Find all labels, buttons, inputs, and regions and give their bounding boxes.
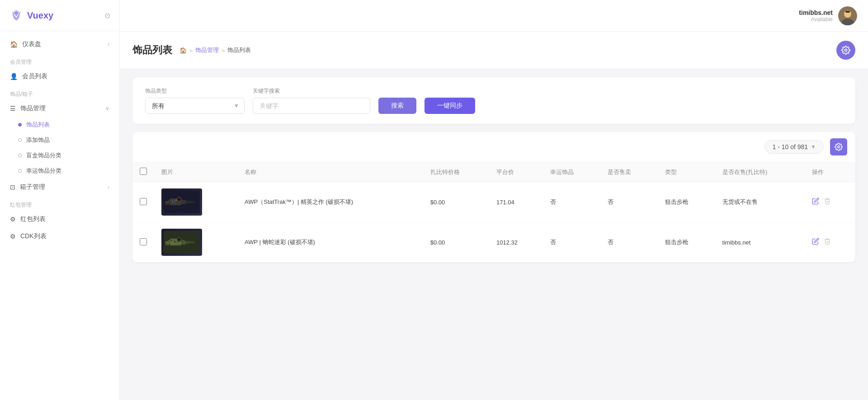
gear-icon-cdk: ⚙ — [10, 233, 16, 240]
row1-actions — [805, 182, 855, 222]
svg-rect-3 — [845, 11, 850, 13]
svg-rect-29 — [174, 241, 176, 242]
keyword-input[interactable] — [253, 98, 370, 114]
row1-is-lucky: 否 — [543, 182, 600, 222]
row2-actions — [805, 222, 855, 263]
table-settings-icon — [835, 143, 843, 151]
header-is-sale: 是否售卖 — [600, 162, 658, 182]
row2-zabit-price: $0.00 — [423, 222, 489, 263]
accessory-list-label: 饰品列表 — [26, 121, 50, 129]
pagination-info[interactable]: 1 - 10 of 981 ▼ — [764, 140, 824, 154]
sidebar-item-accessory-list[interactable]: 饰品列表 — [0, 117, 119, 132]
svg-rect-31 — [181, 240, 183, 242]
row1-platform-price: 171.04 — [489, 182, 543, 222]
user-name: timibbs.net — [799, 9, 833, 16]
row1-image-cell — [154, 182, 237, 222]
app-name: Vuexy — [27, 10, 53, 21]
breadcrumb-current: 饰品列表 — [227, 46, 251, 54]
sidebar-item-box-mgmt[interactable]: ⊡ 箱子管理 › — [0, 179, 119, 196]
cdk-list-label: CDK列表 — [20, 232, 47, 240]
row1-type: 狙击步枪 — [658, 182, 715, 222]
row2-action-icons — [812, 238, 848, 247]
vuexy-logo-icon — [9, 8, 24, 23]
box-icon: ⊡ — [10, 184, 15, 191]
sidebar-item-cdk-list[interactable]: ⚙ CDK列表 — [0, 228, 119, 245]
row2-weapon-image — [161, 229, 202, 256]
sidebar-item-accessory-mgmt[interactable]: ☰ 饰品管理 ∨ — [0, 100, 119, 117]
row2-name: AWP | 蚺蛇迷彩 (破损不堪) — [237, 222, 423, 263]
row2-is-sale: 否 — [600, 222, 658, 263]
row2-image-cell — [154, 222, 237, 263]
table-toolbar: 1 - 10 of 981 ▼ — [132, 132, 855, 162]
row1-weapon-svg — [164, 191, 200, 213]
header-image: 图片 — [154, 162, 237, 182]
avatar[interactable] — [838, 6, 857, 25]
row2-delete-icon[interactable] — [824, 238, 831, 247]
row1-delete-icon[interactable] — [824, 198, 831, 207]
page-content: 饰品列表 🏠 » 饰品管理 » 饰品列表 饰品类型 — [120, 32, 868, 400]
search-button[interactable]: 搜索 — [378, 98, 416, 114]
sidebar-item-redpacket-list[interactable]: ⚙ 红包列表 — [0, 211, 119, 228]
sidebar-toggle-icon[interactable]: ⊙ — [104, 11, 110, 20]
breadcrumb-home-icon[interactable]: 🏠 — [179, 47, 187, 54]
table-row: AWP（StatTrak™）| 精英之作 (破损不堪) $0.00 171.04… — [132, 182, 855, 222]
filter-bar: 饰品类型 所有 步枪 手枪 狙击步枪 霰弹枪 机枪 ▼ 关键字搜索 — [132, 77, 855, 124]
settings-icon — [841, 46, 850, 55]
type-select-wrapper: 所有 步枪 手枪 狙击步枪 霰弹枪 机枪 ▼ — [145, 98, 245, 114]
breadcrumb-accessory-mgmt[interactable]: 饰品管理 — [195, 46, 219, 54]
table-row: AWP | 蚺蛇迷彩 (破损不堪) $0.00 1012.32 否 否 狙击步枪… — [132, 222, 855, 263]
gear-icon-redpacket: ⚙ — [10, 216, 16, 223]
row1-checkbox-cell — [132, 182, 154, 222]
type-select[interactable]: 所有 步枪 手枪 狙击步枪 霰弹枪 机枪 — [145, 98, 245, 114]
row1-is-sale: 否 — [600, 182, 658, 222]
table-area: 1 - 10 of 981 ▼ 图片 — [132, 132, 855, 262]
user-status: Available — [799, 16, 833, 23]
accessory-section-label: 饰品/箱子 — [0, 85, 119, 100]
sidebar-item-lucky-category[interactable]: 幸运饰品分类 — [0, 163, 119, 179]
page-header: 饰品列表 🏠 » 饰品管理 » 饰品列表 — [120, 32, 868, 69]
sidebar-item-blind-box-category[interactable]: 盲盒饰品分类 — [0, 148, 119, 163]
svg-rect-16 — [175, 200, 175, 203]
table-body: AWP（StatTrak™）| 精英之作 (破损不堪) $0.00 171.04… — [132, 182, 855, 263]
table-settings-button[interactable] — [830, 138, 847, 155]
row1-edit-icon[interactable] — [812, 198, 819, 207]
page-title: 饰品列表 — [132, 43, 172, 57]
page-settings-button[interactable] — [836, 41, 855, 60]
header-lucky: 幸运饰品 — [543, 162, 600, 182]
accessory-list-dot — [18, 123, 22, 127]
svg-point-4 — [845, 49, 847, 52]
svg-rect-30 — [177, 240, 178, 242]
page-title-section: 饰品列表 🏠 » 饰品管理 » 饰品列表 — [132, 43, 251, 57]
row2-platform-price: 1012.32 — [489, 222, 543, 263]
member-section-label: 会员管理 — [0, 53, 119, 68]
svg-rect-27 — [166, 243, 169, 245]
sync-button[interactable]: 一键同步 — [425, 98, 475, 114]
select-all-checkbox[interactable] — [140, 168, 147, 175]
sidebar-item-add-accessory[interactable]: 添加饰品 — [0, 132, 119, 148]
user-info: timibbs.net Available — [799, 6, 857, 25]
box-mgmt-label: 箱子管理 — [20, 183, 45, 191]
svg-rect-12 — [186, 201, 195, 203]
svg-rect-14 — [166, 203, 169, 205]
add-accessory-label: 添加饰品 — [26, 136, 50, 144]
svg-rect-33 — [172, 240, 173, 244]
blind-box-dot — [18, 154, 22, 157]
home-icon: 🏠 — [10, 41, 18, 48]
dashboard-arrow-icon: › — [108, 41, 109, 47]
type-filter-group: 饰品类型 所有 步枪 手枪 狙击步枪 霰弹枪 机枪 ▼ — [145, 87, 245, 114]
row1-name: AWP（StatTrak™）| 精英之作 (破损不堪) — [237, 182, 423, 222]
row1-action-icons — [812, 198, 848, 207]
row2-type: 狙击步枪 — [658, 222, 715, 263]
redpacket-section-label: 红包管理 — [0, 196, 119, 211]
sidebar-item-dashboard[interactable]: 🏠 仪表盘 › — [0, 36, 119, 53]
pagination-text: 1 - 10 of 981 — [772, 143, 808, 151]
type-filter-label: 饰品类型 — [145, 87, 245, 95]
user-text: timibbs.net Available — [799, 9, 833, 23]
row1-checkbox[interactable] — [140, 198, 147, 205]
logo-area: Vuexy ⊙ — [0, 0, 119, 31]
header-zabit-sale: 是否在售(扎比特) — [715, 162, 805, 182]
sidebar-item-member-list[interactable]: 👤 会员列表 — [0, 68, 119, 85]
dashboard-label: 仪表盘 — [22, 40, 41, 48]
row2-edit-icon[interactable] — [812, 238, 819, 247]
row2-checkbox[interactable] — [140, 238, 147, 245]
